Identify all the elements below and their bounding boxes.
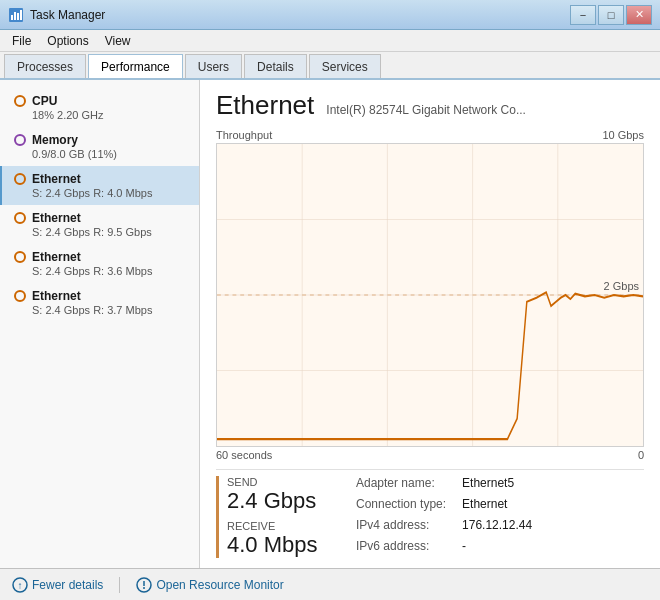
menu-view[interactable]: View: [97, 32, 139, 50]
tab-services[interactable]: Services: [309, 54, 381, 78]
ethernet2-title: Ethernet: [32, 211, 81, 225]
send-group: Send 2.4 Gbps: [227, 476, 336, 514]
send-label: Send: [227, 476, 336, 488]
ethernet4-title: Ethernet: [32, 289, 81, 303]
cpu-dot: [14, 95, 26, 107]
menu-options[interactable]: Options: [39, 32, 96, 50]
title-text: Task Manager: [30, 8, 105, 22]
cpu-title: CPU: [32, 94, 57, 108]
bottom-bar: ↑ Fewer details Open Resource Monitor: [0, 568, 660, 600]
detail-panel: Ethernet Intel(R) 82574L Gigabit Network…: [200, 80, 660, 568]
max-label: 10 Gbps: [602, 129, 644, 141]
svg-rect-4: [20, 10, 22, 20]
menu-bar: File Options View: [0, 30, 660, 52]
sidebar-item-ethernet4-header: Ethernet: [14, 289, 187, 303]
sidebar-item-ethernet2[interactable]: Ethernet S: 2.4 Gbps R: 9.5 Gbps: [0, 205, 199, 244]
detail-subtitle: Intel(R) 82574L Gigabit Network Co...: [326, 103, 526, 117]
ipv4-label: IPv4 address:: [356, 518, 446, 537]
cpu-subtitle: 18% 2.20 GHz: [32, 109, 187, 121]
ethernet4-dot: [14, 290, 26, 302]
open-resource-monitor-text: Open Resource Monitor: [156, 578, 283, 592]
receive-value: 4.0 Mbps: [227, 532, 336, 558]
zero-label: 0: [638, 449, 644, 461]
connection-type-value: Ethernet: [462, 497, 532, 516]
sidebar-item-memory[interactable]: Memory 0.9/8.0 GB (11%): [0, 127, 199, 166]
ethernet3-title: Ethernet: [32, 250, 81, 264]
svg-rect-3: [17, 13, 19, 20]
ethernet2-subtitle: S: 2.4 Gbps R: 9.5 Gbps: [32, 226, 187, 238]
title-bar-left: Task Manager: [8, 7, 105, 23]
bottom-divider: [119, 577, 120, 593]
ipv6-label: IPv6 address:: [356, 539, 446, 558]
sidebar-item-memory-header: Memory: [14, 133, 187, 147]
sidebar-item-ethernet1[interactable]: Ethernet S: 2.4 Gbps R: 4.0 Mbps: [0, 166, 199, 205]
receive-label: Receive: [227, 520, 336, 532]
ipv4-value: 176.12.12.44: [462, 518, 532, 537]
ethernet1-subtitle: S: 2.4 Gbps R: 4.0 Mbps: [32, 187, 187, 199]
svg-text:↑: ↑: [18, 580, 23, 591]
title-bar: Task Manager − □ ✕: [0, 0, 660, 30]
sidebar-item-ethernet3[interactable]: Ethernet S: 2.4 Gbps R: 3.6 Mbps: [0, 244, 199, 283]
tab-processes[interactable]: Processes: [4, 54, 86, 78]
stats-left: Send 2.4 Gbps Receive 4.0 Mbps: [216, 476, 336, 558]
memory-dot: [14, 134, 26, 146]
sidebar-item-ethernet4[interactable]: Ethernet S: 2.4 Gbps R: 3.7 Mbps: [0, 283, 199, 322]
sidebar-item-ethernet1-header: Ethernet: [14, 172, 187, 186]
open-resource-monitor-link[interactable]: Open Resource Monitor: [136, 577, 283, 593]
mid-label: 2 Gbps: [604, 280, 639, 292]
resource-monitor-icon: [136, 577, 152, 593]
fewer-details-link[interactable]: ↑ Fewer details: [12, 577, 103, 593]
sidebar-item-cpu-header: CPU: [14, 94, 187, 108]
main-content: CPU 18% 2.20 GHz Memory 0.9/8.0 GB (11%)…: [0, 80, 660, 568]
connection-type-label: Connection type:: [356, 497, 446, 516]
sidebar-item-ethernet3-header: Ethernet: [14, 250, 187, 264]
chart-top-labels: Throughput 10 Gbps: [216, 129, 644, 141]
tab-users[interactable]: Users: [185, 54, 242, 78]
ethernet1-title: Ethernet: [32, 172, 81, 186]
fewer-details-text: Fewer details: [32, 578, 103, 592]
maximize-button[interactable]: □: [598, 5, 624, 25]
sidebar: CPU 18% 2.20 GHz Memory 0.9/8.0 GB (11%)…: [0, 80, 200, 568]
adapter-name-value: Ethernet5: [462, 476, 532, 495]
svg-rect-1: [11, 15, 13, 20]
sidebar-item-cpu[interactable]: CPU 18% 2.20 GHz: [0, 88, 199, 127]
throughput-label: Throughput: [216, 129, 272, 141]
stats-right: Adapter name: Ethernet5 Connection type:…: [356, 476, 532, 558]
svg-rect-2: [14, 12, 16, 20]
svg-point-17: [143, 587, 145, 589]
fewer-details-icon: ↑: [12, 577, 28, 593]
menu-file[interactable]: File: [4, 32, 39, 50]
time-label: 60 seconds: [216, 449, 272, 461]
ethernet3-dot: [14, 251, 26, 263]
adapter-name-label: Adapter name:: [356, 476, 446, 495]
ethernet3-subtitle: S: 2.4 Gbps R: 3.6 Mbps: [32, 265, 187, 277]
memory-title: Memory: [32, 133, 78, 147]
ethernet4-subtitle: S: 2.4 Gbps R: 3.7 Mbps: [32, 304, 187, 316]
tab-bar: Processes Performance Users Details Serv…: [0, 52, 660, 80]
tab-performance[interactable]: Performance: [88, 54, 183, 78]
detail-title: Ethernet: [216, 90, 314, 121]
ipv6-value: -: [462, 539, 532, 558]
title-controls: − □ ✕: [570, 5, 652, 25]
detail-header: Ethernet Intel(R) 82574L Gigabit Network…: [216, 90, 644, 121]
throughput-chart: [217, 144, 643, 446]
app-icon: [8, 7, 24, 23]
ethernet1-dot: [14, 173, 26, 185]
receive-group: Receive 4.0 Mbps: [227, 520, 336, 558]
minimize-button[interactable]: −: [570, 5, 596, 25]
close-button[interactable]: ✕: [626, 5, 652, 25]
send-value: 2.4 Gbps: [227, 488, 336, 514]
chart-container: 2 Gbps: [216, 143, 644, 447]
stats-section: Send 2.4 Gbps Receive 4.0 Mbps Adapter n…: [216, 469, 644, 558]
sidebar-item-ethernet2-header: Ethernet: [14, 211, 187, 225]
ethernet2-dot: [14, 212, 26, 224]
tab-details[interactable]: Details: [244, 54, 307, 78]
memory-subtitle: 0.9/8.0 GB (11%): [32, 148, 187, 160]
chart-bottom-labels: 60 seconds 0: [216, 449, 644, 461]
